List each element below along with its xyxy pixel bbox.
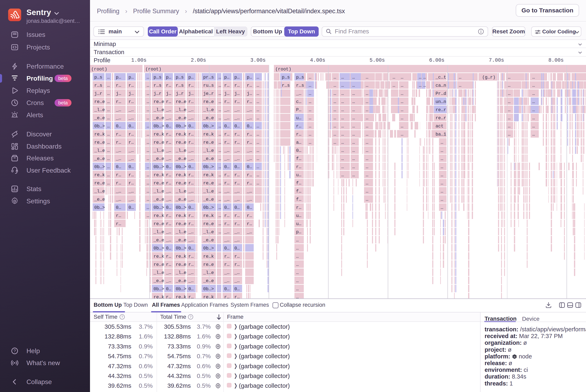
svg-text:…: … <box>532 132 535 137</box>
svg-text:r…: r… <box>247 213 252 218</box>
svg-text:j…r: j…r <box>176 91 184 96</box>
svg-text:…: … <box>334 140 336 145</box>
svg-text:…: … <box>107 164 110 170</box>
svg-text:r…: r… <box>224 132 229 137</box>
svg-text:0…: 0… <box>188 124 194 129</box>
svg-text:…: … <box>366 116 368 121</box>
svg-text:r…: r… <box>247 132 252 137</box>
svg-text:f…: f… <box>296 189 301 194</box>
svg-text:0…: 0… <box>234 205 240 210</box>
svg-text:0b…>: 0b…> <box>203 246 214 251</box>
svg-text:…: … <box>352 116 355 121</box>
svg-text:…: … <box>219 140 221 145</box>
svg-text:r…: r… <box>166 181 171 186</box>
svg-text:ru…s: ru…s <box>203 83 214 88</box>
svg-text:re…e: re…e <box>203 181 214 186</box>
svg-text:_…: _… <box>234 108 240 112</box>
svg-text:_l…e: _l…e <box>176 189 186 194</box>
svg-text:p…: p… <box>116 75 121 80</box>
svg-text:_l…e: _l…e <box>153 230 164 235</box>
svg-text:…: … <box>532 124 535 129</box>
svg-text:…: … <box>508 99 510 104</box>
svg-text:…: … <box>334 116 336 121</box>
svg-text:u…: u… <box>296 213 301 218</box>
svg-text:0…: 0… <box>234 124 240 129</box>
svg-text:re…k: re…k <box>154 172 164 178</box>
svg-text:re…e: re…e <box>154 140 164 145</box>
svg-text:p…s: p…s <box>154 75 162 80</box>
svg-text:_e…e: _e…e <box>203 116 214 121</box>
svg-text:_l…e: _l…e <box>94 148 105 153</box>
svg-text:_…: _… <box>224 189 229 194</box>
svg-text:r…: r… <box>188 132 194 137</box>
svg-text:n: n <box>514 355 515 358</box>
svg-text:0b…>: 0b…> <box>94 124 105 129</box>
svg-text:_…: _… <box>234 116 240 121</box>
svg-text:0…: 0… <box>234 164 240 170</box>
svg-text:…: … <box>219 132 221 137</box>
svg-text:0…: 0… <box>116 205 121 210</box>
svg-text:re…k: re…k <box>203 132 214 137</box>
svg-text:_…: _… <box>128 189 134 194</box>
svg-text:…: … <box>147 181 149 186</box>
svg-text:…: … <box>107 91 110 96</box>
svg-text:_e…e: _e…e <box>203 197 214 202</box>
svg-text:0…: 0… <box>224 286 229 292</box>
svg-text:…: … <box>147 140 149 145</box>
svg-text:_…: _… <box>166 230 171 235</box>
svg-text:r…: r… <box>247 83 252 88</box>
svg-text:…: … <box>257 124 259 129</box>
svg-text:_…: _… <box>234 278 240 284</box>
svg-text:…: … <box>366 197 368 202</box>
svg-text:…: … <box>296 238 299 243</box>
svg-text:0…: 0… <box>234 286 240 292</box>
svg-text:r…: r… <box>166 132 171 137</box>
svg-text:…: … <box>441 164 443 170</box>
svg-text:p…s: p…s <box>296 75 304 80</box>
svg-text:re…e: re…e <box>203 99 214 104</box>
svg-text:0…: 0… <box>224 246 229 251</box>
svg-text:r…: r… <box>166 222 171 226</box>
svg-text:_l…e: _l…e <box>94 189 105 194</box>
svg-text:r…: r… <box>234 140 240 145</box>
svg-text:…: … <box>147 108 149 112</box>
svg-text:_e…e: _e…e <box>94 156 105 162</box>
svg-text:r…: r… <box>129 99 134 104</box>
svg-text:p…: p… <box>224 75 229 80</box>
svg-text:_…: _… <box>116 148 121 153</box>
svg-text:…: … <box>508 83 510 88</box>
svg-text:_…: _… <box>166 116 171 121</box>
svg-text:r…: r… <box>188 181 194 186</box>
svg-text:0…: 0… <box>224 164 229 170</box>
svg-text:…: … <box>508 132 510 137</box>
svg-text:…: … <box>352 148 355 153</box>
svg-text:0b…>: 0b…> <box>203 205 214 210</box>
svg-text:r…: r… <box>129 132 134 137</box>
svg-text:r…: r… <box>116 140 121 145</box>
svg-text:…: … <box>107 116 110 121</box>
svg-text:0…: 0… <box>188 286 194 292</box>
svg-text:0b…>: 0b…> <box>176 286 186 292</box>
svg-text:…: … <box>219 108 221 112</box>
svg-text:0…: 0… <box>116 164 121 170</box>
svg-text:…: … <box>219 99 221 104</box>
svg-text:…: … <box>352 108 355 112</box>
svg-text:_…: _… <box>116 189 121 194</box>
svg-text:0…: 0… <box>166 164 171 170</box>
svg-text:r…: r… <box>234 254 240 259</box>
svg-text:r…: r… <box>116 213 121 218</box>
svg-text:…: … <box>341 164 344 170</box>
svg-text:re…e: re…e <box>176 181 186 186</box>
svg-text:_…: _… <box>224 230 229 235</box>
svg-text:r…: r… <box>129 181 134 186</box>
svg-text:…: … <box>219 116 221 121</box>
svg-text:_e…e: _e…e <box>176 116 186 121</box>
svg-text:0b…>: 0b…> <box>203 124 214 129</box>
svg-text:_l…e: _l…e <box>153 270 164 276</box>
svg-text:r…: r… <box>234 213 240 218</box>
svg-text:…: … <box>219 205 221 210</box>
svg-text:je…r: je…r <box>203 91 214 96</box>
svg-text:r…: r… <box>296 205 301 210</box>
svg-text:re…k: re…k <box>203 254 214 259</box>
svg-text:…: … <box>508 108 510 112</box>
